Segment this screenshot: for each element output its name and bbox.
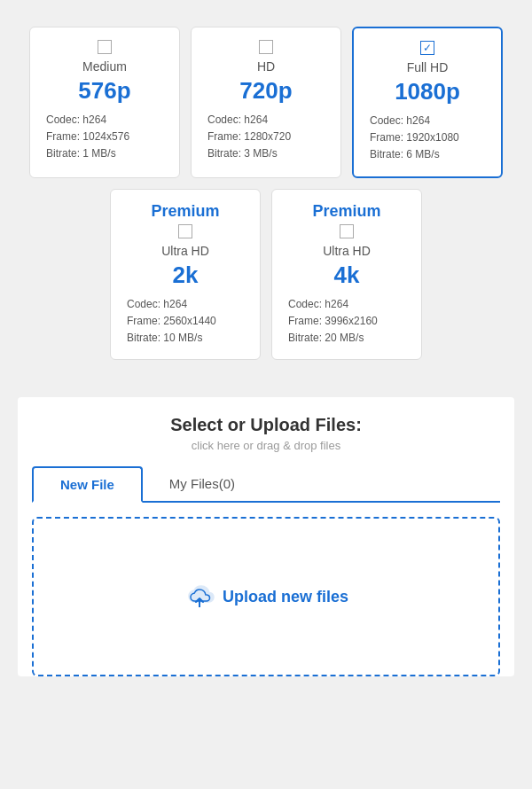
card-details-hd: Codec: h264 Frame: 1280x720 Bitrate: 3 M… <box>207 112 325 163</box>
frame-medium: Frame: 1024x576 <box>46 129 163 145</box>
codec-medium: Codec: h264 <box>46 112 163 129</box>
upload-section: Select or Upload Files: click here or dr… <box>18 397 514 676</box>
codec-hd: Codec: h264 <box>207 112 325 129</box>
quality-section: Medium 576p Codec: h264 Frame: 1024x576 … <box>18 18 514 388</box>
checkbox-area-medium <box>46 40 163 54</box>
codec-2k: Codec: h264 <box>127 296 244 313</box>
card-resolution-2k: 2k <box>127 262 244 289</box>
card-resolution-medium: 576p <box>46 77 163 105</box>
card-details-medium: Codec: h264 Frame: 1024x576 Bitrate: 1 M… <box>46 112 163 163</box>
upload-subtitle: click here or drag & drop files <box>32 439 500 452</box>
checkbox-area-2k <box>127 224 244 238</box>
quality-card-hd[interactable]: HD 720p Codec: h264 Frame: 1280x720 Bitr… <box>191 27 341 178</box>
frame-2k: Frame: 2560x1440 <box>127 313 244 330</box>
quality-card-2k[interactable]: Premium Ultra HD 2k Codec: h264 Frame: 2… <box>110 189 261 361</box>
card-details-fullhd: Codec: h264 Frame: 1920x1080 Bitrate: 6 … <box>370 113 485 164</box>
quality-row-2: Premium Ultra HD 2k Codec: h264 Frame: 2… <box>18 189 514 361</box>
codec-4k: Codec: h264 <box>288 296 405 313</box>
bitrate-medium: Bitrate: 1 MB/s <box>46 145 163 162</box>
upload-drop-area[interactable]: Upload new files <box>32 517 500 676</box>
frame-fullhd: Frame: 1920x1080 <box>370 129 485 146</box>
card-label-hd: HD <box>207 59 325 74</box>
checkbox-area-4k <box>288 224 405 238</box>
premium-badge-2k: Premium <box>127 202 244 221</box>
frame-hd: Frame: 1280x720 <box>207 129 325 145</box>
tabs-row: New File My Files(0) <box>32 466 500 503</box>
card-resolution-fullhd: 1080p <box>370 78 485 105</box>
quality-card-fullhd[interactable]: ✓ Full HD 1080p Codec: h264 Frame: 1920x… <box>352 27 503 178</box>
upload-text: Upload new files <box>223 588 348 606</box>
card-label-4k: Ultra HD <box>288 244 405 258</box>
card-details-4k: Codec: h264 Frame: 3996x2160 Bitrate: 20… <box>288 296 405 348</box>
premium-badge-4k: Premium <box>288 202 405 221</box>
checkbox-2k[interactable] <box>178 224 192 238</box>
quality-card-medium[interactable]: Medium 576p Codec: h264 Frame: 1024x576 … <box>29 27 180 178</box>
card-details-2k: Codec: h264 Frame: 2560x1440 Bitrate: 10… <box>127 296 244 348</box>
tab-my-files[interactable]: My Files(0) <box>143 466 262 501</box>
checkbox-hd[interactable] <box>259 40 273 54</box>
card-resolution-hd: 720p <box>207 77 325 105</box>
frame-4k: Frame: 3996x2160 <box>288 313 405 330</box>
card-label-medium: Medium <box>46 59 163 74</box>
bitrate-hd: Bitrate: 3 MB/s <box>207 145 325 162</box>
bitrate-4k: Bitrate: 20 MB/s <box>288 330 405 347</box>
codec-fullhd: Codec: h264 <box>370 113 485 129</box>
checkbox-medium[interactable] <box>98 40 112 54</box>
quality-row-1: Medium 576p Codec: h264 Frame: 1024x576 … <box>18 27 514 178</box>
card-label-fullhd: Full HD <box>370 60 485 74</box>
bitrate-2k: Bitrate: 10 MB/s <box>127 330 244 347</box>
bitrate-fullhd: Bitrate: 6 MB/s <box>370 146 485 163</box>
quality-card-4k[interactable]: Premium Ultra HD 4k Codec: h264 Frame: 3… <box>271 189 422 361</box>
card-label-2k: Ultra HD <box>127 244 244 258</box>
cloud-upload-icon <box>184 582 223 612</box>
card-resolution-4k: 4k <box>288 262 405 289</box>
upload-text-row: Upload new files <box>184 582 348 612</box>
tab-new-file[interactable]: New File <box>32 466 143 503</box>
checkbox-area-hd <box>207 40 325 54</box>
checkbox-4k[interactable] <box>340 224 354 238</box>
checkbox-fullhd[interactable]: ✓ <box>420 41 434 55</box>
checkbox-area-fullhd: ✓ <box>370 41 485 55</box>
upload-title: Select or Upload Files: <box>32 415 500 435</box>
